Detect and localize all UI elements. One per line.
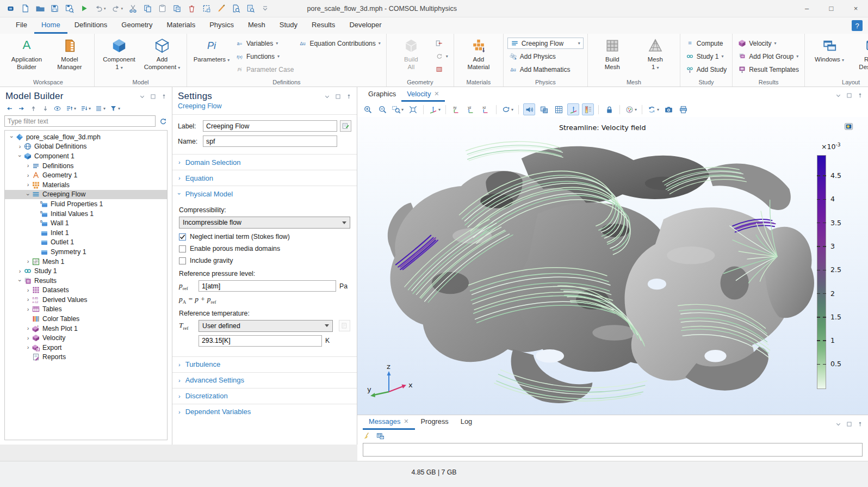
clear-messages-icon[interactable] [363,431,371,440]
float-icon[interactable] [150,93,157,100]
ribbon-model-manager[interactable]: ModelManager [49,35,90,71]
chevron-right-icon[interactable]: › [24,258,32,264]
chevron-right-icon[interactable]: › [24,287,32,293]
section-discretization[interactable]: ›Discretization [172,388,357,404]
menu-tab-developer[interactable]: Developer [342,17,388,34]
ribbon-add-plot-group[interactable]: Add Plot Group▾ [736,51,801,62]
view-yz-icon[interactable]: yz [465,103,477,115]
section-domain-selection[interactable]: › Domain Selection [172,154,357,170]
chevron-right-icon[interactable]: › [24,325,32,331]
select-icon[interactable] [200,3,213,14]
menu-tab-results[interactable]: Results [305,17,342,34]
default-view-icon[interactable]: ▾ [428,103,441,115]
ribbon-velocity[interactable]: Velocity▾ [736,38,801,49]
delete-icon[interactable] [185,3,198,14]
ribbon-build-all[interactable]: BuildAll [390,35,432,71]
grid-icon[interactable] [553,103,565,115]
copy-table-icon[interactable] [376,431,385,440]
section-physical-model[interactable]: › Physical Model [172,186,357,201]
tree-node-inlet-1[interactable]: Inlet 1 [5,228,167,238]
tree-node-mesh-1[interactable]: ›Mesh 1 [5,257,167,267]
chevron-right-icon[interactable]: › [24,163,32,169]
scene-light-icon[interactable] [523,103,535,115]
dock-chevron-icon[interactable] [835,421,842,428]
menu-tab-physics[interactable]: Physics [202,17,241,34]
pin-icon[interactable] [857,92,864,99]
menu-tab-definitions[interactable]: Definitions [67,17,115,34]
ribbon-import-geometry[interactable] [433,38,450,49]
tree-node-pore_scale_flow_3d-mph[interactable]: ›pore_scale_flow_3d.mph [5,132,167,142]
chevron-right-icon[interactable]: › [24,344,32,350]
refresh-icon[interactable] [159,117,168,126]
messages-tab-progress[interactable]: Progress [415,415,455,430]
go-forward-icon[interactable] [17,104,26,113]
color-legend-icon[interactable] [582,103,594,115]
tree-node-reports[interactable]: Reports [5,353,167,362]
tree-node-study-1[interactable]: ›Study 1 [5,266,167,276]
dock-chevron-icon[interactable] [139,93,146,100]
pref-input[interactable] [199,280,336,292]
node-group-icon[interactable]: ▾ [95,104,106,113]
ribbon-equation-contributions[interactable]: ΔuEquation Contributions▾ [297,38,382,49]
expand-all-icon[interactable]: ▾ [65,104,76,113]
tref-aux-button[interactable] [339,320,350,331]
tref-select[interactable]: User defined [199,320,333,332]
ribbon-add-material[interactable]: AddMaterial [458,35,499,71]
ribbon-windows[interactable]: Windows ▾ [809,35,850,63]
checkbox-unchecked-icon[interactable] [179,245,186,252]
chevron-right-icon[interactable]: › [24,297,32,303]
tree-node-geometry-1[interactable]: ›Geometry 1 [5,170,167,180]
chevron-right-icon[interactable]: › [24,172,32,178]
close-tab-icon[interactable]: ✕ [404,418,408,425]
chevron-down-icon[interactable]: › [25,191,31,198]
ribbon-delete-sequence[interactable] [433,64,450,75]
tree-node-datasets[interactable]: ›Datasets [5,286,167,295]
tree-node-wall-1[interactable]: DWall 1 [5,218,167,228]
dock-chevron-icon[interactable] [324,93,331,100]
ribbon-add-component[interactable]: AddComponent ▾ [141,35,183,71]
paste-icon[interactable] [156,3,169,14]
copy-icon[interactable] [141,3,154,14]
run-icon[interactable] [78,3,90,14]
tree-node-materials[interactable]: ›Materials [5,180,167,190]
name-field[interactable] [203,135,337,147]
ribbon-compute[interactable]: =Compute [684,38,728,49]
compressibility-select[interactable]: Incompressible flow [179,217,350,229]
ribbon-application-builder[interactable]: AApplicationBuilder [6,35,47,71]
ribbon-component-1[interactable]: Component1 ▾ [98,35,140,71]
label-field[interactable] [203,120,337,132]
close-tab-icon[interactable]: ✕ [434,90,439,97]
section-equation[interactable]: › Equation [172,170,357,186]
graphics-tab-velocity[interactable]: Velocity✕ [401,87,444,102]
menu-tab-mesh[interactable]: Mesh [241,17,272,34]
checkbox-include-gravity[interactable]: Include gravity [179,257,350,264]
tree-node-outlet-1[interactable]: Outlet 1 [5,238,167,248]
chevron-right-icon[interactable]: › [24,182,32,188]
menu-tab-file[interactable]: File [9,17,34,34]
messages-tab-log[interactable]: Log [455,415,478,430]
tree-node-component-1[interactable]: ›Component 1 [5,151,167,161]
cut-icon[interactable] [127,3,139,14]
zoom-out-icon[interactable] [376,103,388,115]
graphics-canvas[interactable]: Streamline: Velocity field z y x [357,117,868,415]
collapse-all-icon[interactable]: ▾ [80,104,91,113]
menu-tab-study[interactable]: Study [272,17,305,34]
menu-tab-home[interactable]: Home [34,17,67,34]
checkbox-unchecked-icon[interactable] [179,257,186,264]
tree-node-symmetry-1[interactable]: Symmetry 1 [5,247,167,257]
tree-node-results[interactable]: ›Results [5,276,167,286]
move-up-icon[interactable] [29,104,38,113]
axis-orientation-icon[interactable] [567,103,579,115]
clear-selection-icon[interactable] [215,3,227,14]
dock-chevron-icon[interactable] [835,92,842,99]
open-file-icon[interactable] [34,3,46,14]
tree-node-definitions[interactable]: ›Definitions [5,161,167,171]
messages-output[interactable] [363,443,863,457]
save-icon[interactable] [48,3,61,14]
pin-icon[interactable] [857,421,864,428]
tref-input[interactable] [199,335,322,347]
float-icon[interactable] [846,421,853,428]
maximize-button[interactable]: □ [819,0,844,17]
tree-node-derived-values[interactable]: ›8.85e-12Derived Values [5,295,167,305]
chevron-right-icon[interactable]: › [16,268,23,274]
